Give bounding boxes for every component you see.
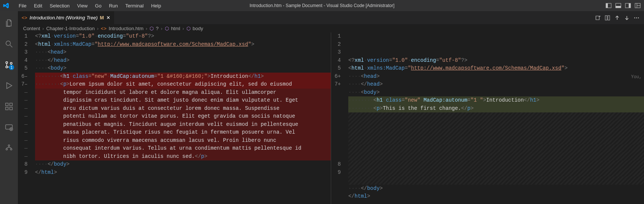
next-change-icon[interactable] xyxy=(624,15,630,21)
chevron-right-icon: › xyxy=(182,26,184,31)
customize-layout-icon[interactable] xyxy=(634,2,641,9)
toggle-inline-icon[interactable] xyxy=(604,15,610,21)
tag-icon: ⬡ xyxy=(150,26,154,31)
more-actions-icon[interactable] xyxy=(634,15,640,21)
svg-rect-1 xyxy=(606,3,608,8)
svg-point-12 xyxy=(6,66,8,68)
chevron-right-icon: › xyxy=(161,26,162,31)
modified-badge: M xyxy=(100,15,104,20)
line-numbers: 123456–7–89 xyxy=(18,32,35,204)
tab-bar: <> Introduction.htm (Working Tree) M ✕ xyxy=(18,11,644,24)
previous-change-icon[interactable] xyxy=(614,15,620,21)
html-file-icon: <> xyxy=(101,26,106,31)
search-icon[interactable] xyxy=(0,35,18,53)
svg-line-10 xyxy=(10,45,12,47)
menu-terminal[interactable]: Terminal xyxy=(122,1,147,10)
activity-bar: 1 xyxy=(0,11,18,204)
window-title: Introduction.htm - Sample Document - Vis… xyxy=(249,3,395,8)
diff-original-pane[interactable]: 123456–7–89 <?xml·version="1.0"·encoding… xyxy=(18,32,331,204)
svg-rect-16 xyxy=(10,107,12,110)
menubar: File Edit Selection View Go Run Terminal… xyxy=(15,1,165,10)
svg-point-28 xyxy=(636,17,637,18)
svg-point-11 xyxy=(6,62,8,64)
editor-actions xyxy=(595,11,644,24)
menu-selection[interactable]: Selection xyxy=(46,1,73,10)
breadcrumb-item[interactable]: Chapter-1-Introduction xyxy=(46,26,95,31)
breadcrumb-item[interactable]: Content xyxy=(23,26,40,31)
menu-file[interactable]: File xyxy=(15,1,30,10)
open-file-icon[interactable] xyxy=(595,15,601,21)
editor-area: <> Introduction.htm (Working Tree) M ✕ C… xyxy=(18,11,644,204)
menu-view[interactable]: View xyxy=(73,1,91,10)
tag-icon: ⬡ xyxy=(186,26,191,31)
menu-help[interactable]: Help xyxy=(147,1,165,10)
html-file-icon: <> xyxy=(22,15,27,20)
explorer-icon[interactable] xyxy=(0,14,18,32)
git-graph-icon[interactable] xyxy=(0,139,18,157)
run-debug-icon[interactable] xyxy=(0,77,18,95)
svg-point-9 xyxy=(6,41,10,45)
remote-icon[interactable] xyxy=(0,118,18,136)
vscode-logo-icon xyxy=(3,3,9,9)
svg-rect-15 xyxy=(6,107,8,110)
code-content[interactable]: You, <?xml·version="1.0"·encoding="utf-8… xyxy=(348,32,644,204)
chevron-right-icon: › xyxy=(97,26,98,31)
svg-point-13 xyxy=(10,63,12,64)
svg-rect-25 xyxy=(605,16,607,20)
menu-run[interactable]: Run xyxy=(105,1,122,10)
source-control-icon[interactable]: 1 xyxy=(0,56,18,74)
breadcrumb-item[interactable]: Introduction.htm xyxy=(109,26,144,31)
svg-rect-17 xyxy=(10,103,12,106)
layout-controls xyxy=(605,2,641,9)
svg-point-23 xyxy=(6,149,7,150)
svg-point-29 xyxy=(638,17,639,18)
breadcrumb-item[interactable]: body xyxy=(193,26,203,31)
close-icon[interactable]: ✕ xyxy=(106,15,110,20)
svg-point-27 xyxy=(634,17,635,18)
svg-point-22 xyxy=(8,145,10,146)
chevron-right-icon: › xyxy=(43,26,44,31)
breadcrumbs[interactable]: Content › Chapter-1-Introduction › <> In… xyxy=(18,24,644,32)
svg-rect-14 xyxy=(6,103,8,106)
toggle-secondary-sidebar-icon[interactable] xyxy=(625,2,631,9)
svg-rect-3 xyxy=(616,6,621,8)
code-content[interactable]: <?xml·version="1.0"·encoding="utf-8"?><h… xyxy=(35,32,331,204)
diff-editor[interactable]: 123456–7–89 <?xml·version="1.0"·encoding… xyxy=(18,32,644,204)
toggle-primary-sidebar-icon[interactable] xyxy=(605,2,612,9)
menu-edit[interactable]: Edit xyxy=(30,1,46,10)
svg-rect-5 xyxy=(629,3,631,8)
tag-icon: ⬡ xyxy=(165,26,169,31)
toggle-panel-icon[interactable] xyxy=(615,2,622,9)
scm-badge: 1 xyxy=(9,65,14,70)
extensions-icon[interactable] xyxy=(0,98,18,115)
tab-label: Introduction.htm (Working Tree) xyxy=(29,15,98,20)
titlebar: File Edit Selection View Go Run Terminal… xyxy=(0,0,644,11)
breadcrumb-item[interactable]: ? xyxy=(156,26,158,31)
line-numbers: 123456+7+89 xyxy=(331,32,348,204)
svg-point-24 xyxy=(10,149,12,150)
diff-modified-pane[interactable]: 123456+7+89 You, <?xml·version="1.0"·enc… xyxy=(331,32,644,204)
tab-introduction[interactable]: <> Introduction.htm (Working Tree) M ✕ xyxy=(18,11,114,24)
menu-go[interactable]: Go xyxy=(91,1,105,10)
breadcrumb-item[interactable]: html xyxy=(171,26,180,31)
svg-rect-26 xyxy=(608,16,610,20)
chevron-right-icon: › xyxy=(146,26,147,31)
